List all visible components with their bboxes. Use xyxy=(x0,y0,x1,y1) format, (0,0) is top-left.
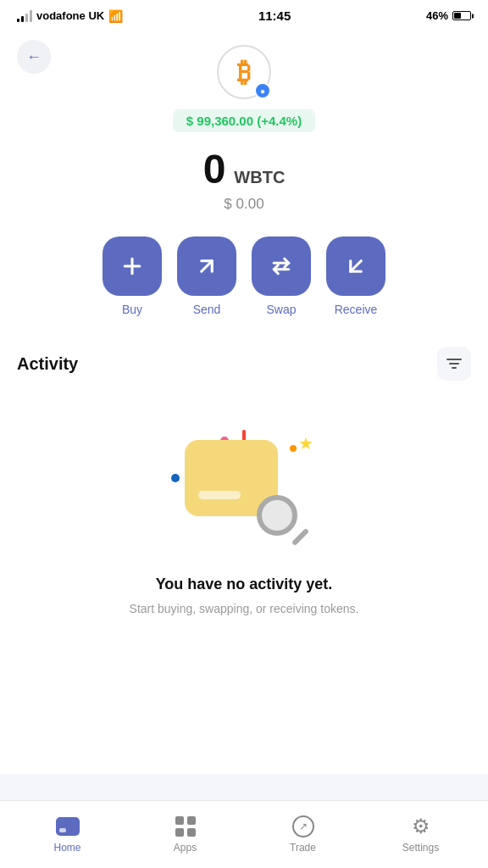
nav-settings-label: Settings xyxy=(402,842,439,854)
nav-trade[interactable]: ↗ Trade xyxy=(244,808,362,854)
plus-icon xyxy=(119,253,145,279)
status-right: 46% xyxy=(426,9,471,22)
star-icon: ★ xyxy=(298,433,313,453)
receive-button-wrap[interactable]: Receive xyxy=(326,236,385,316)
nav-home-label: Home xyxy=(53,842,80,854)
send-label: Send xyxy=(193,303,221,316)
back-button[interactable]: ← xyxy=(17,40,51,74)
magnifier-icon xyxy=(257,495,312,550)
battery-icon xyxy=(452,11,471,20)
svg-line-2 xyxy=(202,261,213,272)
empty-activity: ★ You have no activity yet. Start buying… xyxy=(17,406,471,652)
battery-percent: 46% xyxy=(426,9,448,22)
nav-trade-label: Trade xyxy=(290,842,316,854)
receive-arrow-icon xyxy=(343,253,369,279)
filter-button[interactable] xyxy=(437,347,471,381)
status-time: 11:45 xyxy=(258,8,291,23)
empty-title: You have no activity yet. xyxy=(156,576,333,593)
activity-section: Activity ★ xyxy=(0,347,488,652)
price-badge: $ 99,360.00 (+4.4%) xyxy=(173,109,315,132)
status-left: vodafone UK 📶 xyxy=(17,9,123,23)
signal-icon xyxy=(17,10,32,22)
nav-settings[interactable]: ⚙ Settings xyxy=(362,808,480,854)
send-arrow-icon xyxy=(194,253,219,279)
nav-apps[interactable]: Apps xyxy=(126,808,244,854)
svg-line-5 xyxy=(351,261,362,272)
buy-button-wrap[interactable]: Buy xyxy=(103,236,162,316)
send-button-wrap[interactable]: Send xyxy=(177,236,236,316)
main-content: ← ₿ ● $ 99,360.00 (+4.4%) 0 WBTC $ 0.00 xyxy=(0,28,488,774)
action-buttons: Buy Send xyxy=(103,236,385,316)
activity-title: Activity xyxy=(17,354,78,374)
status-bar: vodafone UK 📶 11:45 46% xyxy=(0,0,488,28)
nav-home[interactable]: Home xyxy=(8,808,126,854)
dot-orange xyxy=(290,445,297,452)
token-badge: ● xyxy=(254,82,271,99)
wifi-icon: 📶 xyxy=(108,9,123,23)
trade-icon: ↗ xyxy=(291,815,315,838)
token-section: ₿ ● $ 99,360.00 (+4.4%) 0 WBTC $ 0.00 Bu… xyxy=(0,28,488,347)
empty-illustration: ★ xyxy=(168,423,320,559)
swap-button-wrap[interactable]: Swap xyxy=(252,236,311,316)
balance-usd: $ 0.00 xyxy=(224,196,263,213)
trade-arrow-icon: ↗ xyxy=(299,821,308,832)
carrier-label: vodafone UK xyxy=(36,9,104,22)
swap-button[interactable] xyxy=(252,236,311,296)
bottom-nav: Home Apps ↗ Trade ⚙ Settings xyxy=(0,800,488,868)
swap-icon xyxy=(269,253,294,279)
back-arrow-icon: ← xyxy=(26,48,42,66)
receive-label: Receive xyxy=(335,303,378,316)
swap-label: Swap xyxy=(266,303,296,316)
settings-icon: ⚙ xyxy=(409,815,433,838)
buy-label: Buy xyxy=(122,303,142,316)
gear-icon: ⚙ xyxy=(412,815,430,838)
empty-subtitle: Start buying, swapping, or receiving tok… xyxy=(130,600,359,618)
buy-button[interactable] xyxy=(103,236,162,296)
filter-icon xyxy=(446,359,462,369)
balance-symbol: WBTC xyxy=(234,168,285,187)
wallet-stripe xyxy=(198,491,241,499)
receive-button[interactable] xyxy=(326,236,385,296)
dot-blue xyxy=(171,474,180,482)
balance-row: 0 WBTC xyxy=(203,146,286,192)
bitcoin-symbol: ₿ xyxy=(237,57,251,88)
send-button[interactable] xyxy=(177,236,236,296)
nav-apps-label: Apps xyxy=(174,842,197,854)
home-icon xyxy=(56,815,80,838)
token-icon-wrap: ₿ ● xyxy=(217,45,271,99)
activity-header: Activity xyxy=(17,347,471,381)
balance-amount: 0 xyxy=(203,146,226,192)
apps-icon xyxy=(174,815,197,838)
